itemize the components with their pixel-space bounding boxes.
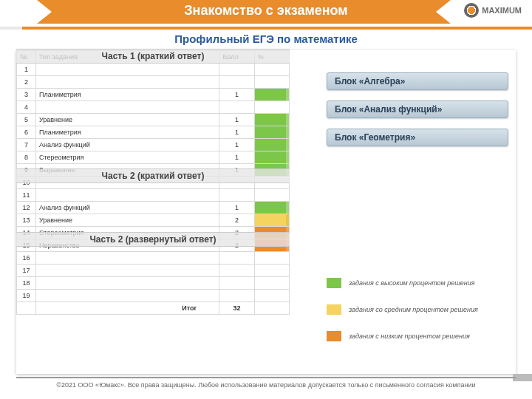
cell-score: [219, 64, 254, 76]
cell-score: [219, 265, 254, 277]
cell-type: Стереометрия: [36, 151, 219, 164]
cell-type: Анализ функций: [36, 139, 219, 151]
cell-pct: [254, 64, 289, 76]
table-row: 17: [17, 265, 290, 277]
cell-num: 12: [17, 202, 36, 214]
cell-num: 18: [17, 277, 36, 290]
pct-fill-high: [255, 139, 289, 151]
table-row: 3Планиметрия1: [17, 89, 290, 101]
table-row: 16: [17, 252, 290, 265]
table-row: 1: [17, 64, 290, 76]
cell-score: 1: [219, 114, 254, 126]
footer-divider: [16, 377, 516, 378]
block-algebra-button[interactable]: Блок «Алгебра»: [327, 72, 508, 90]
cell-num: 1: [17, 64, 36, 76]
total-score: 32: [219, 302, 254, 315]
pct-fill-high: [255, 202, 289, 214]
cell-score: 1: [219, 139, 254, 151]
legend-high: задания с высоким процентом решения: [327, 278, 475, 288]
pct-fill-high: [255, 89, 289, 100]
cell-score: 1: [219, 202, 254, 214]
cell-pct: [254, 252, 289, 265]
cell-type: [36, 189, 219, 202]
cell-score: 2: [219, 214, 254, 227]
cell-pct: [254, 277, 289, 290]
table-row: 5Уравнение1: [17, 114, 290, 126]
cell-num: 17: [17, 265, 36, 277]
block-geometry-button[interactable]: Блок «Геометрия»: [327, 129, 508, 146]
cell-type: [36, 277, 219, 290]
cell-pct: [254, 139, 289, 151]
cell-num: 8: [17, 151, 36, 164]
table-row: 4: [17, 101, 290, 114]
cell-score: [219, 252, 254, 265]
cell-pct: [254, 114, 289, 126]
cell-score: [219, 101, 254, 114]
cell-score: 1: [219, 151, 254, 164]
cell-pct: [254, 101, 289, 114]
logo-text: MAXIMUM: [482, 6, 522, 15]
table-row: 13Уравнение2: [17, 214, 290, 227]
table-row: 12Анализ функций1: [17, 202, 290, 214]
cell-num: 13: [17, 214, 36, 227]
cell-pct: [254, 214, 289, 227]
logo-icon: [464, 3, 479, 18]
cell-type: Анализ функций: [36, 202, 219, 214]
pct-fill-high: [255, 126, 289, 138]
cell-score: [219, 277, 254, 290]
cell-type: Уравнение: [36, 114, 219, 126]
cell-pct: [254, 265, 289, 277]
legend-low-label: задания с низким процентом решения: [349, 332, 470, 340]
cell-pct: [254, 290, 289, 302]
cell-num: 19: [17, 290, 36, 302]
legend-low-swatch: [327, 331, 341, 341]
table-row: 19: [17, 290, 290, 302]
cell-num: 6: [17, 126, 36, 139]
cell-num: 3: [17, 89, 36, 101]
structure-table: № Тип задания Балл % 123Планиметрия145Ур…: [16, 50, 290, 315]
cell-pct: [254, 202, 289, 214]
block-analysis-button[interactable]: Блок «Анализ функций»: [327, 100, 508, 118]
header-underline: [0, 27, 532, 30]
cell-score: 1: [219, 89, 254, 101]
table-row: 8Стереометрия1: [17, 151, 290, 164]
legend-mid-swatch: [327, 304, 341, 315]
pct-fill-high: [255, 151, 289, 163]
legend-low: задания с низким процентом решения: [327, 331, 470, 341]
cell-num: 16: [17, 252, 36, 265]
section-1-header: Часть 1 (краткий ответ): [16, 49, 290, 64]
cell-score: [219, 290, 254, 302]
page-title: Знакомство с экзаменом: [0, 3, 532, 18]
total-row: Итог 32: [17, 302, 290, 315]
cell-num: 5: [17, 114, 36, 126]
table-row: 18: [17, 277, 290, 290]
cell-pct: [254, 76, 289, 89]
legend-mid-label: задания со средним процентом решения: [349, 306, 478, 313]
cell-score: [219, 76, 254, 89]
cell-type: [36, 64, 219, 76]
table-row: 6Планиметрия1: [17, 126, 290, 139]
cell-type: Планиметрия: [36, 126, 219, 139]
cell-pct: [254, 151, 289, 164]
pct-fill-high: [255, 114, 289, 126]
legend-mid: задания со средним процентом решения: [327, 304, 478, 315]
section-2-header: Часть 2 (краткий ответ): [16, 168, 290, 183]
legend-high-label: задания с высоким процентом решения: [349, 279, 475, 287]
cell-num: 2: [17, 76, 36, 89]
legend-high-swatch: [327, 278, 341, 288]
cell-pct: [254, 126, 289, 139]
subtitle: Профильный ЕГЭ по математике: [0, 33, 532, 45]
main-panel: № Тип задания Балл % 123Планиметрия145Ур…: [16, 50, 516, 374]
cell-type: [36, 76, 219, 89]
cell-num: 11: [17, 189, 36, 202]
total-label: Итог: [36, 302, 219, 315]
cell-score: [219, 189, 254, 202]
cell-num: 7: [17, 139, 36, 151]
cell-type: [36, 101, 219, 114]
cell-type: [36, 290, 219, 302]
cell-num: 4: [17, 101, 36, 114]
cell-pct: [254, 89, 289, 101]
cell-score: 1: [219, 126, 254, 139]
cell-type: [36, 252, 219, 265]
table-row: 7Анализ функций1: [17, 139, 290, 151]
